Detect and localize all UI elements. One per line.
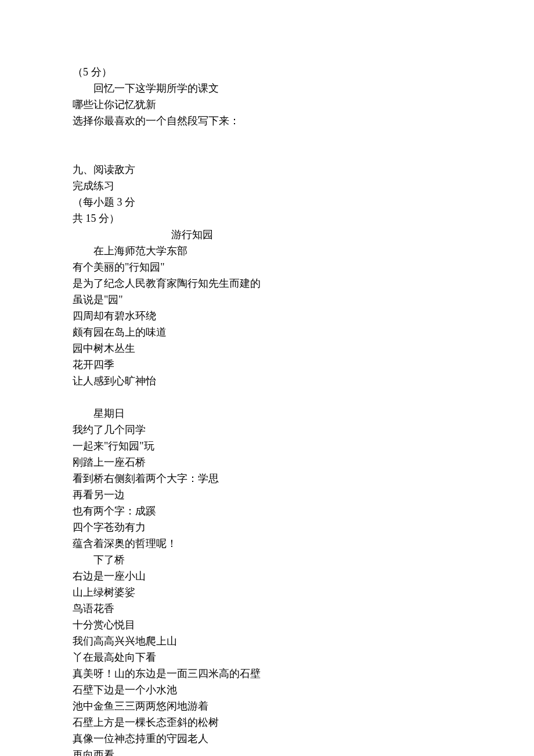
text-line: 右边是一座小山 [73, 568, 461, 584]
document-page: （5 分） 回忆一下这学期所学的课文 哪些让你记忆犹新 选择你最喜欢的一个自然段… [0, 0, 534, 756]
text-line: 我们高高兴兴地爬上山 [73, 633, 461, 649]
blank-line [73, 389, 461, 405]
text-line: 完成练习 [73, 178, 461, 194]
text-line: 真美呀！山的东边是一面三四米高的石壁 [73, 665, 461, 682]
text-line: 池中金鱼三三两两悠闲地游着 [73, 698, 461, 714]
text-line: 回忆一下这学期所学的课文 [73, 80, 461, 96]
text-line: 在上海师范大学东部 [73, 243, 461, 259]
text-line: 让人感到心旷神怡 [73, 373, 461, 389]
text-line: 十分赏心悦目 [73, 617, 461, 633]
text-line: 刚踏上一座石桥 [73, 454, 461, 470]
section-heading: 九、阅读敌方 [73, 161, 461, 178]
text-line: 丫在最高处向下看 [73, 649, 461, 665]
text-line: 真像一位神态持重的守园老人 [73, 730, 461, 747]
blank-line [73, 145, 461, 161]
text-line: 虽说是"园" [73, 291, 461, 308]
text-line: 颇有园在岛上的味道 [73, 324, 461, 340]
passage-title: 游行知园 [73, 226, 461, 243]
text-line: 也有两个字：成蹊 [73, 503, 461, 519]
text-line: 再向西看 [73, 747, 461, 756]
text-line: （5 分） [73, 64, 461, 80]
text-line: 哪些让你记忆犹新 [73, 96, 461, 113]
text-line: 山上绿树婆娑 [73, 584, 461, 600]
text-line: 看到桥右侧刻着两个大字：学思 [73, 470, 461, 487]
text-line: 四周却有碧水环绕 [73, 308, 461, 324]
text-line: 花开四季 [73, 357, 461, 373]
text-line: 是为了纪念人民教育家陶行知先生而建的 [73, 275, 461, 291]
text-line: 鸟语花香 [73, 600, 461, 617]
text-line: 园中树木丛生 [73, 340, 461, 357]
text-line: 再看另一边 [73, 487, 461, 503]
text-line: （每小题 3 分 [73, 194, 461, 210]
text-line: 选择你最喜欢的一个自然段写下来： [73, 113, 461, 129]
text-line: 下了桥 [73, 552, 461, 568]
text-line: 四个字苍劲有力 [73, 519, 461, 535]
text-line: 共 15 分） [73, 210, 461, 226]
text-line: 星期日 [73, 405, 461, 422]
text-line: 石壁下边是一个小水池 [73, 682, 461, 698]
text-line: 一起来"行知园"玩 [73, 438, 461, 454]
blank-line [73, 129, 461, 145]
text-line: 我约了几个同学 [73, 422, 461, 438]
text-line: 蕴含着深奥的哲理呢！ [73, 535, 461, 552]
text-line: 有个美丽的"行知园" [73, 259, 461, 275]
text-line: 石壁上方是一棵长态歪斜的松树 [73, 714, 461, 730]
